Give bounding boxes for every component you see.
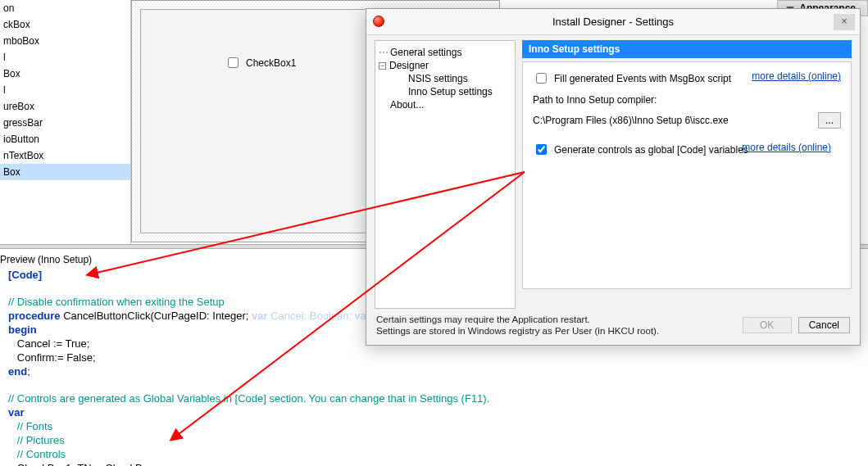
code-keyword: end	[8, 365, 27, 378]
code-keyword: begin	[8, 323, 37, 336]
footer-line: Settings are stored in Windows registry …	[376, 326, 659, 336]
code-line: Confirm:= False;	[8, 351, 96, 364]
compiler-path-label: Path to Inno Setup compiler:	[533, 94, 841, 106]
tree-line-icon: ⋯	[379, 47, 387, 58]
code-line: CheckBox1: TNewCheckBox;	[8, 462, 157, 466]
settings-tree[interactable]: ⋯ General settings − Designer NSIS setti…	[375, 40, 516, 309]
design-checkbox-input[interactable]	[228, 57, 239, 68]
toolbox-item[interactable]: nTextBox	[0, 147, 130, 164]
dialog-title-text: Install Designer - Settings	[552, 16, 674, 28]
code-line: // Pictures	[8, 434, 65, 446]
fill-msgbox-label: Fill generated Events with MsgBox script	[554, 73, 731, 84]
footer-message: Certain settings may require the Applica…	[376, 314, 736, 337]
tree-item-about[interactable]: About...	[379, 98, 511, 111]
code-line: // Controls are generated as Global Vari…	[8, 392, 489, 405]
footer-line: Certain settings may require the Applica…	[376, 314, 590, 324]
toolbox-item[interactable]: l	[0, 82, 130, 98]
global-code-label: Generate controls as global [Code] varia…	[554, 144, 748, 156]
browse-button[interactable]: ...	[818, 112, 841, 129]
more-details-link[interactable]: more details (online)	[742, 142, 831, 153]
toolbox-item[interactable]: on	[0, 0, 130, 16]
code-line: // Disable confirmation when exiting the…	[8, 296, 225, 308]
toolbox-item[interactable]: l	[0, 49, 130, 66]
code-line: CancelButtonClick(CurPageID: Integer;	[61, 310, 252, 322]
compiler-path-value: C:\Program Files (x86)\Inno Setup 6\iscc…	[533, 115, 811, 126]
dialog-titlebar[interactable]: Install Designer - Settings ×	[366, 9, 860, 35]
code-line: // Controls	[8, 448, 66, 460]
code-line: // Fonts	[8, 420, 52, 432]
tree-label: Inno Setup settings	[408, 86, 493, 97]
code-keyword: var	[8, 406, 25, 418]
toolbox-item[interactable]: ckBox	[0, 16, 130, 33]
tree-label: NSIS settings	[408, 73, 468, 84]
toolbox-item[interactable]: Box	[0, 66, 130, 82]
design-checkbox-control[interactable]: CheckBox1	[223, 54, 298, 71]
tree-item-designer[interactable]: − Designer	[379, 59, 511, 72]
code-keyword: var	[252, 310, 268, 322]
close-button[interactable]: ×	[834, 14, 855, 30]
design-checkbox-label: CheckBox1	[246, 57, 296, 69]
settings-dialog: Install Designer - Settings × ⋯ General …	[366, 8, 861, 346]
toolbox-panel: on ckBox mboBox l Box l ureBox gressBar …	[0, 0, 131, 244]
tree-label: About...	[390, 99, 424, 111]
preview-label: Preview (Inno Setup)	[0, 254, 92, 265]
tree-item-general[interactable]: ⋯ General settings	[379, 46, 511, 59]
code-section-header: [Code]	[8, 269, 42, 281]
ok-button[interactable]: OK	[743, 317, 792, 333]
tree-label: General settings	[390, 47, 461, 58]
tree-item-inno[interactable]: Inno Setup settings	[379, 85, 511, 98]
toolbox-item[interactable]: ureBox	[0, 98, 130, 115]
section-header: Inno Setup settings	[522, 40, 852, 58]
tree-label: Designer	[389, 60, 429, 71]
toolbox-item[interactable]: mboBox	[0, 33, 130, 49]
tree-item-nsis[interactable]: NSIS settings	[379, 72, 511, 85]
toolbox-item[interactable]: gressBar	[0, 115, 130, 131]
app-icon	[373, 16, 384, 27]
toolbox-item-selected[interactable]: Box	[0, 164, 130, 180]
options-panel: Fill generated Events with MsgBox script…	[522, 61, 852, 289]
code-line: ;	[27, 365, 30, 378]
code-keyword: procedure	[8, 310, 61, 322]
cancel-button[interactable]: Cancel	[798, 317, 850, 333]
tree-collapse-icon[interactable]: −	[379, 62, 386, 70]
more-details-link[interactable]: more details (online)	[752, 70, 841, 82]
global-code-checkbox[interactable]	[536, 144, 547, 155]
code-line: Cancel := True;	[8, 337, 89, 350]
toolbox-item[interactable]: ioButton	[0, 131, 130, 147]
fill-msgbox-checkbox[interactable]	[536, 73, 547, 84]
